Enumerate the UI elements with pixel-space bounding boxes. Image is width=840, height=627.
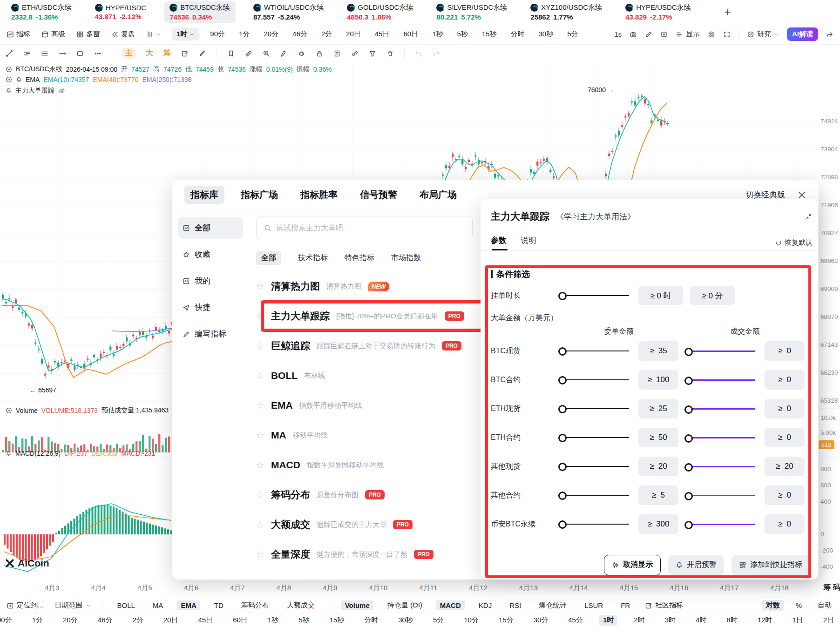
large-order-tool[interactable]: 大 bbox=[146, 48, 153, 58]
trendline-tool[interactable] bbox=[6, 50, 13, 57]
timeframe-option[interactable]: 3时 bbox=[661, 615, 679, 626]
timeframe-option[interactable]: 10分 bbox=[460, 615, 482, 626]
ticker[interactable]: ETH/USDC永续 2332.8-1.36% bbox=[6, 1, 77, 23]
date-axis[interactable]: 4月34月44月54月64月74月84月94月104月114月124月134月1… bbox=[0, 584, 817, 593]
timeframe-option[interactable]: 1日 bbox=[788, 615, 806, 626]
zoom-in-tool[interactable] bbox=[263, 50, 270, 57]
fullscreen-button[interactable] bbox=[723, 31, 731, 38]
category-tab[interactable]: 全部 bbox=[256, 251, 281, 265]
footer-indicator[interactable]: KDJ bbox=[475, 600, 495, 610]
timeframe-option[interactable]: 12时 bbox=[754, 615, 776, 626]
research-menu[interactable]: 研究 bbox=[747, 30, 779, 39]
interval-option[interactable]: 5分 bbox=[567, 30, 578, 39]
cancel-display-button[interactable]: 取消显示 bbox=[604, 555, 661, 575]
target-button[interactable] bbox=[708, 31, 715, 38]
modal-tab[interactable]: 布局广场 bbox=[413, 186, 463, 204]
order-amount-slider[interactable] bbox=[559, 495, 629, 496]
order-amount-slider[interactable] bbox=[559, 351, 629, 351]
interval-option[interactable]: 1秒 bbox=[432, 30, 443, 39]
new-window-button[interactable] bbox=[660, 31, 668, 38]
favorite-star-icon[interactable]: ☆ bbox=[256, 310, 264, 322]
ticker[interactable]: WTIOIL/USDC永续 87.557-5.24% bbox=[248, 1, 329, 23]
ticker[interactable]: HYPE/USDC 43.871-2.12% bbox=[89, 2, 152, 22]
timeframe-option[interactable]: 15分 bbox=[495, 615, 517, 626]
timeframe-option[interactable]: 20日 bbox=[160, 615, 182, 626]
footer-indicator[interactable]: 大额成交 bbox=[283, 600, 318, 611]
modal-tab[interactable]: 指标胜率 bbox=[294, 186, 344, 204]
timeframe-option[interactable]: 30秒 bbox=[394, 615, 417, 626]
undo-button[interactable] bbox=[415, 50, 422, 57]
timeframe-option[interactable]: 1秒 bbox=[264, 615, 282, 626]
close-button[interactable] bbox=[797, 190, 806, 200]
edit-layout-tool[interactable] bbox=[181, 50, 189, 57]
chip-tool[interactable]: 筹 bbox=[163, 48, 171, 58]
filter-tool[interactable] bbox=[369, 50, 376, 57]
favorite-star-icon[interactable]: ☆ bbox=[256, 400, 264, 411]
more-tools[interactable] bbox=[94, 50, 102, 57]
search-input[interactable] bbox=[276, 224, 465, 232]
interval-selected[interactable]: 1时 bbox=[172, 28, 199, 40]
screenshot-button[interactable] bbox=[630, 31, 637, 38]
measure-tool[interactable] bbox=[245, 50, 252, 57]
footer-indicator[interactable]: 筹码分布 bbox=[237, 600, 273, 611]
lock-tool[interactable] bbox=[316, 50, 323, 57]
timeframe-option[interactable]: 1分 bbox=[28, 615, 47, 626]
panel-tutorial-link[interactable]: 《学习主力大单用法》 bbox=[556, 211, 635, 222]
trade-amount-value[interactable]: ≥0 bbox=[765, 514, 805, 534]
category-tab[interactable]: 市场指数 bbox=[391, 253, 421, 263]
enable-alert-button[interactable]: 开启预警 bbox=[668, 555, 724, 575]
main-chart-tool[interactable]: 主 bbox=[122, 48, 135, 59]
interval-option[interactable]: 2分 bbox=[321, 30, 332, 39]
footer-indicator[interactable]: BOLL bbox=[114, 600, 139, 610]
order-amount-value[interactable]: ≥25 bbox=[638, 399, 678, 418]
interval-option[interactable]: 30秒 bbox=[539, 30, 554, 39]
footer-indicator[interactable]: LSUR bbox=[581, 600, 607, 610]
favorite-star-icon[interactable]: ☆ bbox=[256, 430, 264, 441]
chart-style-dropdown[interactable] bbox=[146, 31, 161, 38]
bookmark-tool[interactable] bbox=[227, 50, 235, 57]
add-to-quick-button[interactable]: 添加到快捷指标 bbox=[732, 555, 810, 575]
timeframe-option[interactable]: 分时 bbox=[360, 615, 382, 626]
trade-amount-value[interactable]: ≥20 bbox=[765, 457, 805, 476]
interval-option[interactable]: 5秒 bbox=[457, 30, 468, 39]
scale-option[interactable]: % bbox=[792, 600, 806, 610]
trade-amount-value[interactable]: ≥0 bbox=[765, 399, 805, 418]
timeframe-option[interactable]: 30分 bbox=[530, 615, 552, 626]
trade-amount-slider[interactable] bbox=[685, 495, 755, 496]
favorite-star-icon[interactable]: ☆ bbox=[256, 489, 264, 500]
draw-button[interactable] bbox=[645, 31, 652, 38]
footer-indicator[interactable]: MACD bbox=[436, 600, 465, 610]
announce-tool[interactable] bbox=[298, 50, 305, 57]
order-amount-value[interactable]: ≥35 bbox=[638, 341, 678, 361]
brush-tool[interactable] bbox=[199, 50, 206, 57]
trade-amount-slider[interactable] bbox=[685, 437, 755, 438]
hline-tool[interactable] bbox=[23, 50, 31, 57]
ticker[interactable]: HYPE/USDC永续 43.829-2.17% bbox=[620, 1, 697, 23]
ticker[interactable]: SILVER/USDC永续 80.2215.72% bbox=[431, 1, 513, 23]
multi-window-button[interactable]: 多窗 bbox=[76, 30, 100, 39]
replay-button[interactable]: 复盘 bbox=[111, 30, 135, 39]
trade-amount-slider[interactable] bbox=[685, 351, 755, 352]
order-amount-slider[interactable] bbox=[559, 524, 629, 525]
trade-amount-slider[interactable] bbox=[685, 524, 755, 525]
interval-option[interactable]: 分时 bbox=[511, 30, 525, 39]
order-amount-slider[interactable] bbox=[559, 408, 629, 409]
timeframe-option[interactable]: 2时 bbox=[630, 615, 648, 626]
tab-parameters[interactable]: 参数 bbox=[491, 235, 507, 250]
delete-tool[interactable] bbox=[386, 50, 394, 57]
order-amount-slider[interactable] bbox=[559, 379, 629, 380]
timeframe-option[interactable]: 1时 bbox=[599, 615, 617, 626]
category-tab[interactable]: 特色指标 bbox=[345, 253, 374, 263]
modal-tab[interactable]: 指标库 bbox=[184, 186, 224, 204]
ticker[interactable]: XYZ100/USDC永续 258621.77% bbox=[525, 1, 608, 23]
pen-tool[interactable] bbox=[280, 50, 288, 57]
sidebar-item-quick[interactable]: 快捷 bbox=[178, 297, 243, 318]
favorite-star-icon[interactable]: ☆ bbox=[256, 459, 264, 471]
ai-explain-button[interactable]: AI解读 bbox=[787, 27, 818, 41]
add-ticker-button[interactable]: + bbox=[725, 7, 731, 18]
trade-amount-slider[interactable] bbox=[685, 408, 755, 410]
indicators-button[interactable]: 指标 bbox=[7, 30, 30, 39]
sidebar-item-all[interactable]: 全部 bbox=[178, 217, 243, 239]
interval-option[interactable]: 46分 bbox=[292, 30, 307, 39]
order-amount-value[interactable]: ≥20 bbox=[638, 457, 678, 476]
